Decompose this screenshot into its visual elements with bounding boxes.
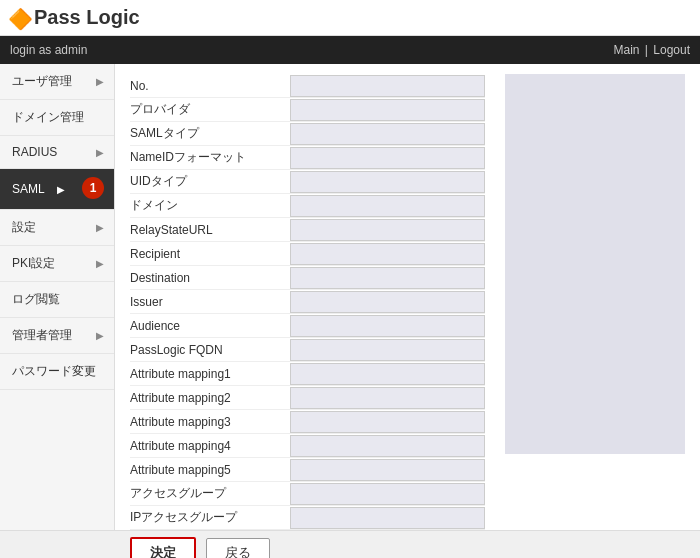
sidebar-item-log[interactable]: ログ閲覧 <box>0 282 114 318</box>
topbar-login: login as admin <box>10 43 87 57</box>
sidebar-item-settings[interactable]: 設定▶ <box>0 210 114 246</box>
confirm-button[interactable]: 決定 <box>130 537 196 559</box>
field-input-attr-map3[interactable] <box>290 411 485 433</box>
sidebar-arrow-icon: ▶ <box>96 76 104 87</box>
sidebar-arrow-icon: ▶ <box>96 330 104 341</box>
field-label-uid-type: UIDタイプ <box>130 170 290 193</box>
field-row-attr-map1: Attribute mapping1 <box>130 362 485 386</box>
sidebar-item-label: SAML <box>12 182 45 196</box>
field-row-relay-state: RelayStateURL <box>130 218 485 242</box>
sidebar-item-admin-mgmt[interactable]: 管理者管理▶ <box>0 318 114 354</box>
field-label-domain: ドメイン <box>130 194 290 217</box>
sidebar: ユーザ管理▶ドメイン管理RADIUS▶SAML▶1設定▶PKI設定▶ログ閲覧管理… <box>0 64 115 530</box>
sidebar-item-label: ユーザ管理 <box>12 73 72 90</box>
saml-badge: 1 <box>82 177 104 199</box>
field-label-ip-access-group: IPアクセスグループ <box>130 506 290 529</box>
field-input-ip-access-group[interactable] <box>290 507 485 529</box>
sidebar-item-label: 設定 <box>12 219 36 236</box>
field-input-attr-map5[interactable] <box>290 459 485 481</box>
field-label-attr-map1: Attribute mapping1 <box>130 364 290 384</box>
field-input-recipient[interactable] <box>290 243 485 265</box>
field-row-attr-map3: Attribute mapping3 <box>130 410 485 434</box>
nav-separator: | <box>645 43 648 57</box>
field-label-attr-map5: Attribute mapping5 <box>130 460 290 480</box>
field-label-passlogic-fqdn: PassLogic FQDN <box>130 340 290 360</box>
field-row-recipient: Recipient <box>130 242 485 266</box>
field-row-access-group: アクセスグループ <box>130 482 485 506</box>
sidebar-item-user-mgmt[interactable]: ユーザ管理▶ <box>0 64 114 100</box>
field-input-attr-map2[interactable] <box>290 387 485 409</box>
field-label-nameid-format: NameIDフォーマット <box>130 146 290 169</box>
sidebar-item-label: ログ閲覧 <box>12 291 60 308</box>
sidebar-item-label: ドメイン管理 <box>12 109 84 126</box>
main-layout: ユーザ管理▶ドメイン管理RADIUS▶SAML▶1設定▶PKI設定▶ログ閲覧管理… <box>0 64 700 530</box>
header: 🔶 Pass Logic <box>0 0 700 36</box>
field-row-nameid-format: NameIDフォーマット <box>130 146 485 170</box>
field-input-uid-type[interactable] <box>290 171 485 193</box>
fields-table: No.プロバイダSAMLタイプNameIDフォーマットUIDタイプドメインRel… <box>130 74 485 530</box>
logo-area: 🔶 Pass Logic <box>8 6 140 29</box>
field-row-saml-type: SAMLタイプ <box>130 122 485 146</box>
field-input-relay-state[interactable] <box>290 219 485 241</box>
field-input-saml-type[interactable] <box>290 123 485 145</box>
field-input-attr-map4[interactable] <box>290 435 485 457</box>
field-label-issuer: Issuer <box>130 292 290 312</box>
logo-text: Pass Logic <box>34 6 140 29</box>
sidebar-arrow-icon: ▶ <box>57 184 65 195</box>
field-label-recipient: Recipient <box>130 244 290 264</box>
field-row-attr-map2: Attribute mapping2 <box>130 386 485 410</box>
field-row-domain: ドメイン <box>130 194 485 218</box>
topbar-nav: Main | Logout <box>613 43 690 57</box>
field-label-destination: Destination <box>130 268 290 288</box>
logo-icon: 🔶 <box>8 7 30 29</box>
field-label-audience: Audience <box>130 316 290 336</box>
nav-logout-link[interactable]: Logout <box>653 43 690 57</box>
sidebar-arrow-icon: ▶ <box>96 147 104 158</box>
field-label-attr-map3: Attribute mapping3 <box>130 412 290 432</box>
right-panel <box>505 74 685 454</box>
back-button[interactable]: 戻る <box>206 538 270 559</box>
field-row-no: No. <box>130 74 485 98</box>
field-input-access-group[interactable] <box>290 483 485 505</box>
sidebar-item-label: パスワード変更 <box>12 363 96 380</box>
field-label-access-group: アクセスグループ <box>130 482 290 505</box>
field-row-uid-type: UIDタイプ <box>130 170 485 194</box>
field-label-attr-map2: Attribute mapping2 <box>130 388 290 408</box>
field-row-destination: Destination <box>130 266 485 290</box>
field-row-provider: プロバイダ <box>130 98 485 122</box>
sidebar-item-radius[interactable]: RADIUS▶ <box>0 136 114 169</box>
field-row-audience: Audience <box>130 314 485 338</box>
sidebar-item-password[interactable]: パスワード変更 <box>0 354 114 390</box>
field-input-domain[interactable] <box>290 195 485 217</box>
field-input-passlogic-fqdn[interactable] <box>290 339 485 361</box>
field-input-no[interactable] <box>290 75 485 97</box>
field-label-attr-map4: Attribute mapping4 <box>130 436 290 456</box>
topbar: login as admin Main | Logout <box>0 36 700 64</box>
field-row-attr-map5: Attribute mapping5 <box>130 458 485 482</box>
field-row-ip-access-group: IPアクセスグループ <box>130 506 485 530</box>
sidebar-item-label: RADIUS <box>12 145 57 159</box>
field-input-audience[interactable] <box>290 315 485 337</box>
field-input-attr-map1[interactable] <box>290 363 485 385</box>
buttons-area: 決定 戻る <box>0 530 700 558</box>
field-label-saml-type: SAMLタイプ <box>130 122 290 145</box>
field-label-no: No. <box>130 76 290 96</box>
field-input-destination[interactable] <box>290 267 485 289</box>
sidebar-item-pki[interactable]: PKI設定▶ <box>0 246 114 282</box>
field-input-provider[interactable] <box>290 99 485 121</box>
sidebar-item-label: 管理者管理 <box>12 327 72 344</box>
sidebar-item-saml[interactable]: SAML▶1 <box>0 169 114 210</box>
sidebar-item-domain-mgmt[interactable]: ドメイン管理 <box>0 100 114 136</box>
field-label-provider: プロバイダ <box>130 98 290 121</box>
field-row-attr-map4: Attribute mapping4 <box>130 434 485 458</box>
field-input-issuer[interactable] <box>290 291 485 313</box>
content-area: No.プロバイダSAMLタイプNameIDフォーマットUIDタイプドメインRel… <box>115 64 700 530</box>
sidebar-arrow-icon: ▶ <box>96 258 104 269</box>
nav-main-link[interactable]: Main <box>613 43 639 57</box>
field-row-passlogic-fqdn: PassLogic FQDN <box>130 338 485 362</box>
field-input-nameid-format[interactable] <box>290 147 485 169</box>
field-label-relay-state: RelayStateURL <box>130 220 290 240</box>
sidebar-item-label: PKI設定 <box>12 255 55 272</box>
field-row-issuer: Issuer <box>130 290 485 314</box>
sidebar-arrow-icon: ▶ <box>96 222 104 233</box>
